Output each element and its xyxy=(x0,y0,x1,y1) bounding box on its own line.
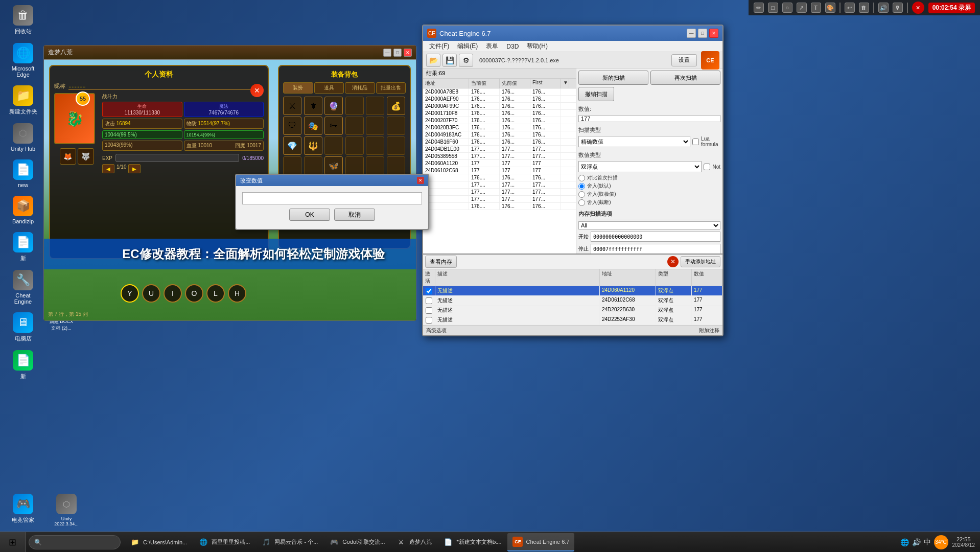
bag-slot-15[interactable] xyxy=(324,136,343,155)
bag-slot-14[interactable]: 🔱 xyxy=(304,136,322,155)
toolbar-pencil[interactable]: ✏ xyxy=(754,3,764,13)
addr-row-3[interactable]: 无描述 24D2253AF30 双浮点 177 xyxy=(423,315,722,325)
bag-slot-7[interactable]: 🛡 xyxy=(283,117,301,135)
skill-u[interactable]: U xyxy=(142,284,160,303)
scan-row-11[interactable]: 24D06102C68 177 177 177 xyxy=(423,167,576,174)
scan-row-16[interactable]: 176.... 176... 176... xyxy=(423,203,576,210)
compare-radio-default[interactable] xyxy=(578,183,585,190)
sidebar-item-unity2[interactable]: ⬡ Unity2022.3.34... xyxy=(49,494,84,526)
sidebar-item-dianjianguan[interactable]: 🎮 电竞管家 xyxy=(5,494,41,526)
next-btn[interactable]: ▶ xyxy=(128,164,141,173)
addr-row-1[interactable]: 无描述 24D06102C68 双浮点 177 xyxy=(423,296,722,306)
bag-slot-23[interactable] xyxy=(366,156,384,175)
start-input[interactable] xyxy=(591,232,720,242)
bag-slot-10[interactable] xyxy=(345,117,364,135)
sidebar-item-cheat-engine[interactable]: 🔧 CheatEngine xyxy=(5,270,41,305)
scan-row-3[interactable]: 24D001710F8 176.... 176... 176... xyxy=(423,110,576,117)
ce-menu-d3d[interactable]: D3D xyxy=(502,42,523,51)
toolbar-undo[interactable]: ↩ xyxy=(845,3,855,13)
addr-checkbox-3[interactable] xyxy=(426,317,432,324)
ce-close-button[interactable]: ✕ xyxy=(709,29,718,38)
new-scan-button[interactable]: 新的扫描 xyxy=(578,71,648,85)
value-input[interactable] xyxy=(578,115,720,122)
bag-slot-21[interactable]: 🦋 xyxy=(324,156,343,175)
toolbar-color[interactable]: 🎨 xyxy=(825,3,835,13)
skill-o[interactable]: O xyxy=(185,284,203,303)
skill-y[interactable]: Y xyxy=(121,284,139,303)
scan-row-12[interactable]: 176.... 176... 176... xyxy=(423,174,576,181)
bag-tab-equip[interactable]: 装扮 xyxy=(283,82,313,94)
bag-tab-item[interactable]: 道具 xyxy=(314,82,344,94)
scan-row-0[interactable]: 24D000A78E8 176.... 176... 176... xyxy=(423,88,576,96)
lua-formula-checkbox[interactable] xyxy=(692,139,699,145)
prev-btn[interactable]: ◀ xyxy=(102,164,114,173)
memory-scan-select[interactable]: All xyxy=(578,221,720,229)
taskbar-app-game[interactable]: ⚔ 造梦八荒 xyxy=(391,533,437,551)
compare-radio-trunc[interactable] xyxy=(578,199,585,206)
taskbar-app-browser[interactable]: 🌐 西里里里投稿... xyxy=(193,533,255,551)
tray-sound[interactable]: 🔊 xyxy=(912,538,921,546)
sidebar-item-bandizip[interactable]: 📦 Bandizip xyxy=(5,196,41,224)
stop-input[interactable] xyxy=(591,244,720,254)
ce-menu-table[interactable]: 表单 xyxy=(482,41,502,52)
ce-settings-btn[interactable]: 设置 xyxy=(671,54,697,66)
scan-row-6[interactable]: 24D0049183AC 176.... 176... 176... xyxy=(423,131,576,139)
toolbar-text[interactable]: T xyxy=(811,3,821,13)
toolbar-stop[interactable]: ✕ xyxy=(912,2,924,14)
bag-slot-3[interactable]: 🔮 xyxy=(324,97,343,115)
toolbar-circle[interactable]: ○ xyxy=(782,3,792,13)
taskbar-app-netease[interactable]: 🎵 网易云音乐 - 个... xyxy=(256,533,323,551)
bag-slot-20[interactable] xyxy=(304,156,322,175)
bag-slot-11[interactable] xyxy=(366,117,384,135)
char-panel-close[interactable]: ✕ xyxy=(250,84,264,97)
bag-slot-9[interactable]: 🗝 xyxy=(324,117,343,135)
addr-checkbox-2[interactable] xyxy=(426,307,432,314)
toolbar-arrow[interactable]: ↗ xyxy=(797,3,807,13)
add-address-button[interactable]: 手动添加地址 xyxy=(681,256,720,267)
scan-row-2[interactable]: 24D000AF99C 176.... 176... 176... xyxy=(423,103,576,110)
rescan-button[interactable]: 再次扫描 xyxy=(650,71,720,85)
pet-slot-2[interactable]: 🐺 xyxy=(78,148,94,165)
compare-radio-1[interactable] xyxy=(578,175,585,181)
bag-tab-consumable[interactable]: 消耗品 xyxy=(345,82,375,94)
toolbar-audio[interactable]: 🔊 xyxy=(878,3,889,13)
ce-maximize-button[interactable]: □ xyxy=(698,29,707,38)
skill-l[interactable]: L xyxy=(206,284,225,303)
taskbar-app-docx[interactable]: 📄 *新建文本文档tx... xyxy=(438,533,506,551)
bag-slot-17[interactable] xyxy=(366,136,384,155)
bag-slot-19[interactable] xyxy=(283,156,301,175)
bag-slot-13[interactable]: 💎 xyxy=(283,136,301,155)
scan-row-7[interactable]: 24D04B16F60 176.... 176... 176... xyxy=(423,139,576,146)
sidebar-item-recycle[interactable]: 🗑 回收站 xyxy=(5,5,41,35)
addr-row-0[interactable]: 无描述 24D060A1120 双浮点 177 xyxy=(423,286,722,296)
skill-h[interactable]: H xyxy=(228,284,246,303)
scan-row-4[interactable]: 24D00207F70 176.... 176... 176... xyxy=(423,117,576,124)
sidebar-item-edge[interactable]: 🌐 MicrosoftEdge xyxy=(5,43,41,78)
ce-menu-file[interactable]: 文件(F) xyxy=(425,41,453,52)
delete-icon[interactable]: ✕ xyxy=(667,256,679,267)
advanced-options[interactable]: 高级选项 xyxy=(426,327,447,334)
bag-slot-8[interactable]: 🎭 xyxy=(304,117,322,135)
bag-slot-12[interactable] xyxy=(387,117,405,135)
scan-row-8[interactable]: 24D04DB1E00 177.... 177... 177... xyxy=(423,146,576,153)
add-note[interactable]: 附加注释 xyxy=(699,327,719,334)
not-checkbox[interactable] xyxy=(704,164,710,170)
sidebar-item-unity-hub[interactable]: ⬡ Unity Hub xyxy=(5,123,41,152)
ce-menu-edit[interactable]: 编辑(E) xyxy=(453,41,482,52)
start-button[interactable]: ⊞ xyxy=(0,532,26,552)
game-minimize-button[interactable]: — xyxy=(383,49,391,57)
game-close-button[interactable]: ✕ xyxy=(404,49,412,57)
tray-input[interactable]: 中 xyxy=(924,538,931,547)
view-memory-button[interactable]: 查看内存 xyxy=(425,256,457,268)
taskbar-app-godot[interactable]: 🎮 Godot引擎交流... xyxy=(324,533,390,551)
dialog-value-input[interactable] xyxy=(242,192,422,204)
toolbar-delete[interactable]: 🗑 xyxy=(859,3,869,13)
bag-slot-6[interactable]: 💰 xyxy=(387,97,405,115)
bag-slot-16[interactable] xyxy=(345,136,364,155)
game-maximize-button[interactable]: □ xyxy=(393,49,402,57)
bag-tab-sell[interactable]: 批量出售 xyxy=(376,82,406,94)
sidebar-item-new-folder[interactable]: 📁 新建文件夹 xyxy=(5,85,41,116)
scan-row-15[interactable]: 177.... 177... 177... xyxy=(423,196,576,203)
skill-i[interactable]: I xyxy=(164,284,182,303)
tray-temp[interactable]: 34°C xyxy=(934,535,948,549)
